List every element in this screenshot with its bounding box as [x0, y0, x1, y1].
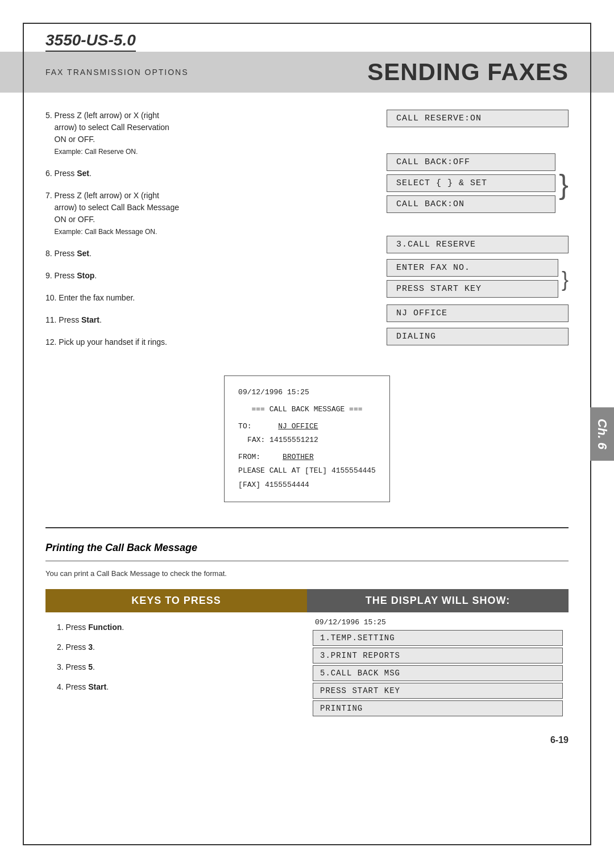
page: Ch. 6 3550-US-5.0 FAX TRANSMISSION OPTIO…	[0, 0, 614, 868]
fax-message-area: 09/12/1996 15:25 === CALL BACK MESSAGE =…	[0, 375, 614, 514]
step-11: 11. Press Start.	[45, 314, 364, 326]
top-border	[23, 23, 591, 24]
lcd-call-back-off: CALL BACK:OFF	[387, 153, 555, 171]
header: 3550-US-5.0	[0, 0, 614, 52]
fax-please-call: PLEASE CALL AT [TEL] 4155554445	[238, 465, 376, 477]
enter-fax-group: ENTER FAX NO. PRESS START KEY }	[387, 259, 569, 300]
display-lcd-press-start: PRESS START KEY	[313, 683, 563, 699]
right-column: CALL RESERVE:ON CALL BACK:OFF SELECT { }…	[387, 110, 569, 358]
step-11-bold: Start	[81, 315, 99, 324]
printing-desc: You can print a Call Back Message to che…	[45, 569, 569, 578]
left-column: 5. Press Z (left arrow) or X (right arro…	[45, 110, 364, 358]
lcd-nj-office: NJ OFFICE	[387, 304, 569, 322]
main-content: 5. Press Z (left arrow) or X (right arro…	[0, 93, 614, 375]
right-col-inner: CALL RESERVE:ON CALL BACK:OFF SELECT { }…	[387, 110, 569, 348]
header-main-title: SENDING FAXES	[367, 59, 569, 86]
step-8: 8. Press Set.	[45, 248, 364, 260]
call-back-boxes: CALL BACK:OFF SELECT { } & SET CALL BACK…	[387, 153, 555, 215]
print-step-1-bold: Function	[88, 623, 122, 632]
keys-col: KEYS TO PRESS 1. Press Function. 2. Pres…	[45, 589, 307, 724]
step-7: 7. Press Z (left arrow) or X (right arro…	[45, 190, 364, 237]
section-divider	[45, 527, 569, 528]
chapter-tab: Ch. 6	[590, 407, 614, 461]
enter-fax-boxes: ENTER FAX NO. PRESS START KEY	[387, 259, 558, 300]
fax-title: === CALL BACK MESSAGE ===	[238, 403, 376, 416]
header-subtitle: FAX TRANSMISSION OPTIONS	[45, 68, 189, 77]
lcd-select-set: SELECT { } & SET	[387, 174, 555, 192]
keys-display-table: KEYS TO PRESS 1. Press Function. 2. Pres…	[45, 589, 569, 724]
display-col: THE DISPLAY WILL SHOW: 09/12/1996 15:25 …	[307, 589, 569, 724]
right-brace-icon: }	[559, 170, 569, 199]
step-10: 10. Enter the fax number.	[45, 292, 364, 304]
fax-from-label: FROM:	[238, 453, 260, 461]
display-timestamp: 09/12/1996 15:25	[313, 618, 563, 627]
lcd-call-reserve-on: CALL RESERVE:ON	[387, 110, 569, 127]
left-border	[23, 23, 24, 845]
keys-content: 1. Press Function. 2. Press 3. 3. Press …	[45, 612, 307, 710]
printing-title: Printing the Call Back Message	[45, 542, 569, 554]
fax-message-box: 09/12/1996 15:25 === CALL BACK MESSAGE =…	[224, 375, 390, 502]
print-step-1: 1. Press Function.	[57, 621, 296, 633]
page-number: 6-19	[0, 735, 614, 774]
fax-from-value: BROTHER	[283, 453, 314, 461]
fax-to-label: TO:	[238, 422, 251, 431]
step-9: 9. Press Stop.	[45, 270, 364, 282]
doc-number: 3550-US-5.0	[45, 31, 136, 52]
print-step-3-bold: 5	[88, 662, 93, 671]
call-back-group: CALL BACK:OFF SELECT { } & SET CALL BACK…	[387, 153, 569, 215]
header-title-bar: FAX TRANSMISSION OPTIONS SENDING FAXES	[0, 52, 614, 93]
bottom-border	[23, 844, 591, 845]
display-lcd-printing: PRINTING	[313, 700, 563, 716]
print-step-4-bold: Start	[88, 682, 106, 691]
fax-timestamp: 09/12/1996 15:25	[238, 386, 376, 399]
lcd-three-call-reserve: 3.CALL RESERVE	[387, 236, 569, 253]
lcd-call-back-on: CALL BACK:ON	[387, 195, 555, 213]
fax-to-line: TO: NJ OFFICE	[238, 420, 376, 433]
print-step-4: 4. Press Start.	[57, 681, 296, 693]
step-8-bold: Set	[77, 249, 89, 258]
right-brace-fax-icon: }	[562, 269, 569, 290]
step-5-number: 5. Press Z (left arrow) or X (right arro…	[45, 111, 169, 156]
step-6: 6. Press Set.	[45, 168, 364, 180]
print-step-2-bold: 3	[88, 642, 93, 652]
fax-from-line: FROM: BROTHER	[238, 451, 376, 464]
display-header: THE DISPLAY WILL SHOW:	[307, 589, 569, 612]
display-content: 09/12/1996 15:25 1.TEMP.SETTING 3.PRINT …	[307, 612, 569, 724]
lcd-dialing: DIALING	[387, 328, 569, 345]
step-12: 12. Pick up your handset if it rings.	[45, 336, 364, 348]
fax-fax-line: FAX: 14155551212	[238, 434, 376, 446]
lcd-enter-fax-no: ENTER FAX NO.	[387, 259, 558, 277]
display-lcd-print-reports: 3.PRINT REPORTS	[313, 648, 563, 663]
step-5: 5. Press Z (left arrow) or X (right arro…	[45, 110, 364, 157]
fax-to-value: NJ OFFICE	[278, 422, 318, 431]
step-6-bold: Set	[77, 169, 89, 178]
print-step-3: 3. Press 5.	[57, 661, 296, 673]
keys-header: KEYS TO PRESS	[45, 589, 307, 612]
printing-section: Printing the Call Back Message You can p…	[0, 542, 614, 724]
fax-fax-line2: [FAX] 4155554444	[238, 479, 376, 491]
display-lcd-call-back-msg: 5.CALL BACK MSG	[313, 665, 563, 681]
print-step-2: 2. Press 3.	[57, 641, 296, 653]
step-9-bold: Stop	[77, 271, 94, 280]
lcd-press-start-key: PRESS START KEY	[387, 280, 558, 298]
display-lcd-temp: 1.TEMP.SETTING	[313, 630, 563, 646]
printing-title-rule	[45, 561, 569, 561]
